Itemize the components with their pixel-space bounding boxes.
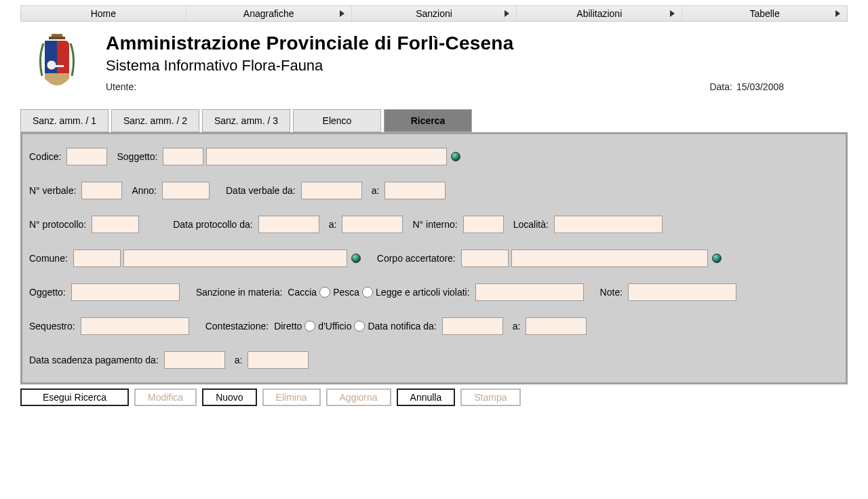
nuovo-button[interactable]: Nuovo bbox=[202, 388, 256, 406]
button-label: Stampa bbox=[474, 392, 507, 403]
ufficio-label: d'Ufficio bbox=[318, 321, 351, 332]
header: Amministrazione Provinciale di Forlì-Ces… bbox=[20, 31, 848, 94]
tab-label: Ricerca bbox=[411, 115, 446, 126]
soggetto-label: Soggetto: bbox=[117, 151, 157, 162]
button-label: Esegui Ricerca bbox=[43, 392, 106, 403]
contestazione-label: Contestazione: bbox=[205, 321, 269, 332]
lookup-icon[interactable] bbox=[451, 152, 460, 161]
codice-label: Codice: bbox=[29, 151, 61, 162]
data-protocollo-a-label: a: bbox=[329, 219, 337, 230]
data-notifica-a-label: a: bbox=[513, 321, 521, 332]
n-verbale-label: N° verbale: bbox=[29, 185, 76, 196]
lookup-icon[interactable] bbox=[712, 254, 722, 263]
n-interno-input[interactable] bbox=[463, 216, 504, 233]
menu-abilitazioni[interactable]: Abilitazioni bbox=[517, 6, 682, 21]
data-protocollo-da-label: Data protocollo da: bbox=[173, 219, 253, 230]
localita-input[interactable] bbox=[554, 216, 663, 233]
data-protocollo-da-input[interactable] bbox=[258, 216, 319, 233]
data-notifica-da-input[interactable] bbox=[442, 317, 503, 335]
esegui-ricerca-button[interactable]: Esegui Ricerca bbox=[20, 388, 129, 406]
diretto-label: Diretto bbox=[274, 321, 302, 332]
note-label: Note: bbox=[600, 287, 623, 298]
comune-code-input[interactable] bbox=[73, 250, 121, 267]
anno-input[interactable] bbox=[162, 182, 210, 199]
tab-label: Sanz. amm. / 2 bbox=[123, 115, 187, 126]
legge-label: Legge e articoli violati: bbox=[376, 287, 470, 298]
comune-desc-input[interactable] bbox=[123, 250, 347, 267]
pesca-radio[interactable] bbox=[362, 287, 373, 298]
menubar: Home Anagrafiche Sanzioni Abilitazioni T… bbox=[20, 5, 848, 22]
data-verbale-da-label: Data verbale da: bbox=[226, 185, 296, 196]
button-bar: Esegui Ricerca Modifica Nuovo Elimina Ag… bbox=[20, 388, 848, 406]
tab-sanz-amm-2[interactable]: Sanz. amm. / 2 bbox=[111, 109, 199, 132]
tab-label: Sanz. amm. / 1 bbox=[33, 115, 96, 126]
chevron-right-icon bbox=[835, 10, 840, 17]
menu-label: Home bbox=[91, 8, 116, 19]
data-verbale-a-label: a: bbox=[372, 185, 380, 196]
svg-rect-3 bbox=[49, 37, 65, 39]
user-label: Utente: bbox=[106, 81, 136, 92]
tab-sanz-amm-1[interactable]: Sanz. amm. / 1 bbox=[20, 109, 108, 132]
soggetto-code-input[interactable] bbox=[163, 148, 203, 165]
diretto-radio[interactable] bbox=[304, 321, 315, 332]
data-scadenza-da-input[interactable] bbox=[164, 351, 225, 369]
page-title: Amministrazione Provinciale di Forlì-Ces… bbox=[106, 33, 848, 54]
n-verbale-input[interactable] bbox=[81, 182, 122, 199]
note-input[interactable] bbox=[628, 283, 736, 301]
legge-input[interactable] bbox=[475, 283, 584, 301]
n-protocollo-label: N° protocollo: bbox=[29, 219, 86, 230]
caccia-radio[interactable] bbox=[319, 287, 330, 298]
stampa-button: Stampa bbox=[460, 388, 520, 406]
codice-input[interactable] bbox=[66, 148, 107, 165]
data-scadenza-a-label: a: bbox=[235, 355, 243, 365]
data-verbale-da-input[interactable] bbox=[301, 182, 362, 199]
ufficio-radio[interactable] bbox=[354, 321, 365, 332]
data-protocollo-a-input[interactable] bbox=[342, 216, 403, 233]
lookup-icon[interactable] bbox=[351, 254, 361, 263]
menu-label: Anagrafiche bbox=[243, 8, 294, 19]
menu-home[interactable]: Home bbox=[21, 6, 186, 21]
tab-sanz-amm-3[interactable]: Sanz. amm. / 3 bbox=[202, 109, 290, 132]
sequestro-input[interactable] bbox=[81, 317, 189, 335]
elimina-button: Elimina bbox=[262, 388, 321, 406]
data-notifica-a-input[interactable] bbox=[526, 317, 587, 335]
menu-label: Abilitazioni bbox=[576, 8, 622, 19]
button-label: Aggiorna bbox=[340, 392, 378, 403]
anno-label: Anno: bbox=[132, 185, 157, 196]
data-scadenza-a-input[interactable] bbox=[248, 351, 309, 369]
sanzione-materia-label: Sanzione in materia: bbox=[196, 287, 283, 298]
tab-label: Elenco bbox=[323, 115, 352, 126]
oggetto-input[interactable] bbox=[71, 283, 180, 301]
corpo-code-input[interactable] bbox=[461, 250, 509, 267]
menu-tabelle[interactable]: Tabelle bbox=[682, 6, 847, 21]
crest-icon bbox=[33, 31, 81, 94]
corpo-accertatore-label: Corpo accertatore: bbox=[377, 253, 456, 264]
tab-ricerca[interactable]: Ricerca bbox=[384, 109, 472, 132]
button-label: Nuovo bbox=[216, 392, 243, 403]
menu-label: Sanzioni bbox=[416, 8, 452, 19]
tab-elenco[interactable]: Elenco bbox=[293, 109, 381, 132]
caccia-label: Caccia bbox=[288, 287, 317, 298]
menu-sanzioni[interactable]: Sanzioni bbox=[352, 6, 517, 21]
modifica-button: Modifica bbox=[134, 388, 197, 406]
button-label: Modifica bbox=[148, 392, 183, 403]
n-protocollo-input[interactable] bbox=[92, 216, 139, 233]
tab-label: Sanz. amm. / 3 bbox=[214, 115, 278, 126]
data-verbale-a-input[interactable] bbox=[384, 182, 446, 199]
corpo-desc-input[interactable] bbox=[511, 250, 708, 267]
tab-bar: Sanz. amm. / 1 Sanz. amm. / 2 Sanz. amm.… bbox=[20, 109, 848, 132]
button-label: Elimina bbox=[276, 392, 307, 403]
menu-anagrafiche[interactable]: Anagrafiche bbox=[186, 6, 352, 21]
oggetto-label: Oggetto: bbox=[29, 287, 66, 298]
localita-label: Località: bbox=[513, 219, 549, 230]
aggiorna-button: Aggiorna bbox=[326, 388, 391, 406]
data-notifica-da-label: Data notifica da: bbox=[368, 321, 436, 332]
search-panel: Codice: Soggetto: N° verbale: Anno: Data… bbox=[20, 132, 848, 384]
chevron-right-icon bbox=[340, 10, 344, 17]
svg-rect-1 bbox=[45, 41, 57, 79]
page-subtitle: Sistema Informativo Flora-Fauna bbox=[106, 57, 848, 75]
soggetto-desc-input[interactable] bbox=[206, 148, 447, 165]
n-interno-label: N° interno: bbox=[412, 219, 457, 230]
annulla-button[interactable]: Annulla bbox=[397, 388, 456, 406]
menu-label: Tabelle bbox=[749, 8, 779, 19]
